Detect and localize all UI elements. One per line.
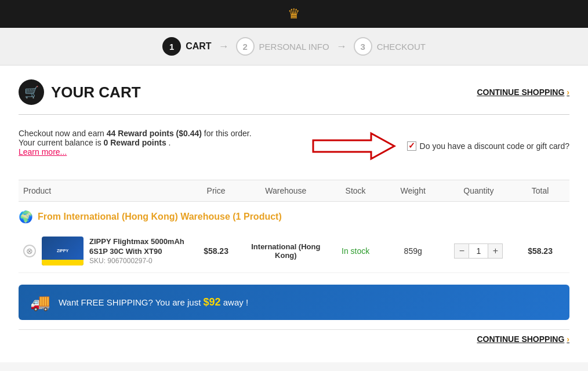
cart-icon: 🛒: [19, 79, 44, 105]
col-quantity: Quantity: [442, 186, 516, 195]
table-header: Product Price Warehouse Stock Weight Qua…: [19, 180, 569, 202]
reward-points: 44 Reward points ($0.44): [107, 129, 202, 138]
step-cart[interactable]: 1 CART: [162, 37, 211, 56]
discount-area: Do you have a discount code or gift card…: [252, 129, 569, 163]
step-circle-2: 2: [236, 37, 255, 56]
crown-icon: ♛: [288, 6, 300, 22]
step-label-cart: CART: [186, 41, 211, 52]
table-row: ⊗ ZIPPY ZIPPY Flightmax 5000mAh 6S1P 30C…: [19, 230, 569, 273]
product-total: $58.23: [516, 246, 565, 256]
breadcrumb: 1 CART → 2 PERSONAL INFO → 3 CHECKOUT: [0, 28, 588, 66]
step-personal-info[interactable]: 2 PERSONAL INFO: [236, 37, 329, 56]
step-circle-1: 1: [162, 37, 181, 56]
page-title: YOUR CART: [51, 83, 141, 101]
balance-points: 0 Reward points: [104, 138, 166, 147]
product-cell: ⊗ ZIPPY ZIPPY Flightmax 5000mAh 6S1P 30C…: [23, 237, 187, 265]
continue-bottom-row: CONTINUE SHOPPING ›: [19, 329, 569, 348]
reward-suffix: for this order.: [204, 129, 252, 138]
step-circle-3: 3: [354, 37, 372, 56]
col-weight: Weight: [384, 186, 442, 195]
free-ship-prefix: Want FREE SHIPPING? You are just: [59, 297, 201, 307]
continue-shopping-top-label: CONTINUE SHOPPING: [477, 88, 564, 97]
step-label-checkout: CHECKOUT: [377, 42, 426, 52]
discount-checkbox[interactable]: [407, 141, 416, 151]
site-header: ♛: [0, 0, 588, 28]
chevron-right-bottom-icon: ›: [567, 334, 569, 344]
learn-more-link[interactable]: Learn more...: [19, 147, 67, 157]
col-warehouse: Warehouse: [245, 186, 327, 195]
discount-checkbox-label[interactable]: Do you have a discount code or gift card…: [407, 141, 569, 151]
product-stock: In stock: [327, 246, 384, 256]
product-warehouse: International (Hong Kong): [245, 242, 327, 260]
section-label: From International (Hong Kong) Warehouse…: [38, 212, 282, 222]
cart-title: 🛒 YOUR CART: [19, 79, 141, 105]
col-stock: Stock: [327, 186, 384, 195]
reward-prefix: Checkout now and earn: [19, 129, 104, 138]
continue-shopping-bottom-button[interactable]: CONTINUE SHOPPING ›: [477, 334, 569, 344]
col-total: Total: [516, 186, 565, 195]
continue-shopping-top-button[interactable]: CONTINUE SHOPPING ›: [477, 88, 569, 97]
cart-title-row: 🛒 YOUR CART CONTINUE SHOPPING ›: [19, 79, 569, 105]
continue-shopping-bottom-label: CONTINUE SHOPPING: [477, 334, 564, 344]
balance-prefix: Your current balance is: [19, 138, 101, 147]
globe-icon: 🌍: [19, 210, 33, 224]
red-arrow-icon: [307, 129, 400, 163]
free-ship-text: Want FREE SHIPPING? You are just $92 awa…: [59, 296, 248, 308]
col-product: Product: [23, 186, 187, 195]
warehouse-section-header: 🌍 From International (Hong Kong) Warehou…: [19, 202, 569, 230]
col-price: Price: [187, 186, 245, 195]
main-content: 🛒 YOUR CART CONTINUE SHOPPING › Checkout…: [0, 66, 588, 362]
quantity-stepper[interactable]: − 1 +: [442, 243, 516, 259]
product-name: ZIPPY Flightmax 5000mAh 6S1P 30C With XT…: [89, 237, 187, 257]
product-price: $58.23: [187, 246, 245, 256]
arrow-sep-2: →: [336, 41, 347, 53]
free-shipping-banner: 🚚 Want FREE SHIPPING? You are just $92 a…: [19, 285, 569, 320]
balance-suffix: .: [169, 138, 171, 147]
product-weight: 859g: [384, 246, 442, 256]
remove-button[interactable]: ⊗: [23, 245, 36, 257]
title-divider: [19, 114, 569, 115]
qty-decrease-button[interactable]: −: [454, 243, 469, 259]
step-checkout[interactable]: 3 CHECKOUT: [354, 37, 426, 56]
reward-text: Checkout now and earn 44 Reward points (…: [19, 129, 252, 157]
free-ship-amount: $92: [204, 296, 221, 308]
product-info: ZIPPY Flightmax 5000mAh 6S1P 30C With XT…: [89, 237, 187, 265]
product-sku: SKU: 9067000297-0: [89, 257, 187, 265]
step-label-personal-info: PERSONAL INFO: [259, 42, 329, 52]
discount-label-text: Do you have a discount code or gift card…: [420, 141, 569, 151]
qty-increase-button[interactable]: +: [488, 243, 503, 259]
chevron-right-icon: ›: [567, 88, 569, 97]
qty-value: 1: [469, 243, 488, 259]
product-image: ZIPPY: [42, 237, 84, 265]
reward-row: Checkout now and earn 44 Reward points (…: [19, 124, 569, 168]
truck-icon: 🚚: [30, 293, 50, 312]
arrow-sep-1: →: [219, 41, 229, 53]
free-ship-suffix: away !: [223, 297, 248, 307]
svg-marker-0: [313, 133, 394, 159]
